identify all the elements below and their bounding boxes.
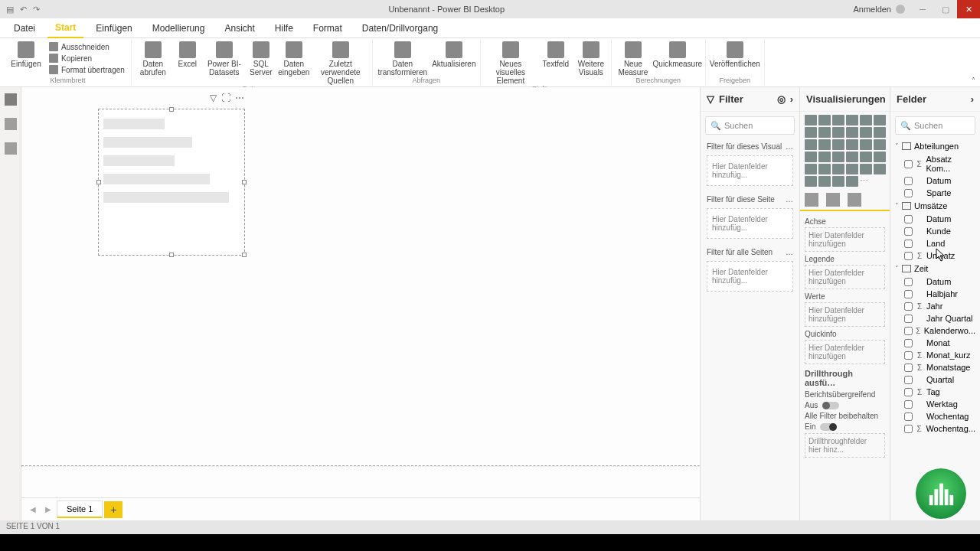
undo-icon[interactable]: ↶ <box>20 5 27 15</box>
collapse-icon[interactable]: › <box>971 93 974 105</box>
fields-search[interactable]: 🔍Suchen <box>895 116 975 135</box>
field-item[interactable]: ΣWochentag... <box>890 422 980 435</box>
tab-einfuegen[interactable]: Einfügen <box>88 18 139 38</box>
field-item[interactable]: Halbjahr <box>890 288 980 300</box>
viz-type-icon[interactable] <box>805 176 817 187</box>
field-item[interactable]: Werktag <box>890 398 980 410</box>
field-checkbox[interactable] <box>904 278 913 286</box>
field-checkbox[interactable] <box>904 351 913 360</box>
collapse-ribbon-icon[interactable]: ˄ <box>972 77 975 85</box>
viz-type-icon[interactable] <box>846 152 858 162</box>
page-prev-icon[interactable]: ◀ <box>26 502 40 517</box>
field-item[interactable]: Land <box>890 237 980 249</box>
viz-type-icon[interactable] <box>832 127 844 138</box>
focus-icon[interactable]: ⛶ <box>221 93 230 103</box>
viz-type-icon[interactable] <box>832 176 844 187</box>
enter-data-button[interactable]: Daten eingeben <box>279 41 309 77</box>
viz-type-icon[interactable] <box>805 152 817 162</box>
well-drop-werte[interactable]: Hier Datenfelder hinzufügen <box>805 302 885 327</box>
pbi-datasets-button[interactable]: Power BI-Datasets <box>205 41 243 77</box>
field-checkbox[interactable] <box>904 240 913 248</box>
tab-file[interactable]: Datei <box>6 18 43 38</box>
field-checkbox[interactable] <box>904 327 913 335</box>
field-checkbox[interactable] <box>904 215 913 223</box>
viz-type-icon[interactable] <box>846 115 858 126</box>
minimize-button[interactable]: ─ <box>911 0 934 18</box>
field-checkbox[interactable] <box>904 252 913 260</box>
page-tab-1[interactable]: Seite 1 <box>57 500 103 518</box>
eye-icon[interactable]: ◎ <box>777 93 786 105</box>
report-view-icon[interactable] <box>5 93 17 106</box>
filter-drop-page[interactable]: Hier Datenfelder hinzufüg... <box>707 208 793 239</box>
field-item[interactable]: ΣMonatstage <box>890 361 980 373</box>
viz-type-icon[interactable] <box>805 115 817 126</box>
viz-type-icon[interactable] <box>832 139 844 150</box>
viz-type-icon[interactable] <box>874 164 886 174</box>
keep-filters-toggle[interactable]: Ein <box>805 422 885 431</box>
well-drop-achse[interactable]: Hier Datenfelder hinzufügen <box>805 227 885 252</box>
field-item[interactable]: Monat <box>890 337 980 349</box>
field-checkbox[interactable] <box>904 177 913 185</box>
more-visuals-button[interactable]: Weitere Visuals <box>576 41 606 77</box>
well-drop-legende[interactable]: Hier Datenfelder hinzufügen <box>805 265 885 289</box>
fields-tab-icon[interactable] <box>805 193 818 207</box>
field-checkbox[interactable] <box>904 189 913 197</box>
field-checkbox[interactable] <box>904 339 913 347</box>
quickmeasure-button[interactable]: Quickmeasure <box>655 41 701 68</box>
field-item[interactable]: Sparte <box>890 187 980 199</box>
viz-type-icon[interactable] <box>846 127 858 138</box>
cross-report-toggle[interactable]: Aus <box>805 401 885 409</box>
resize-handle[interactable] <box>169 107 174 112</box>
viz-type-icon[interactable] <box>818 152 831 162</box>
page-next-icon[interactable]: ▶ <box>41 502 55 517</box>
table-abteilungen[interactable]: ˅Abteilungen <box>890 139 980 153</box>
report-canvas[interactable]: ▽ ⛶ ⋯ <box>21 87 700 497</box>
transform-data-button[interactable]: Daten transformieren <box>377 41 428 77</box>
new-measure-button[interactable]: Neue Measure <box>616 41 650 77</box>
field-item[interactable]: Datum <box>890 213 980 225</box>
table-umsaetze[interactable]: ˅Umsätze <box>890 199 980 213</box>
more-options-icon[interactable]: ⋯ <box>235 93 244 103</box>
resize-handle[interactable] <box>242 180 247 184</box>
field-checkbox[interactable] <box>904 376 913 384</box>
field-checkbox[interactable] <box>904 227 913 236</box>
viz-type-icon[interactable] <box>846 176 858 187</box>
viz-type-icon[interactable] <box>860 127 872 138</box>
viz-type-icon[interactable] <box>832 164 844 174</box>
tab-drill[interactable]: Daten/Drillvorgang <box>354 18 446 38</box>
format-tab-icon[interactable] <box>826 193 840 207</box>
visual-placeholder[interactable]: ▽ ⛶ ⋯ <box>98 109 245 256</box>
field-item[interactable]: ΣKalenderwo... <box>890 324 980 337</box>
field-item[interactable]: ΣAbsatz Kom... <box>890 153 980 174</box>
table-zeit[interactable]: ˅Zeit <box>890 262 980 276</box>
viz-more-icon[interactable]: ⋯ <box>860 176 872 187</box>
viz-type-icon[interactable] <box>874 152 886 162</box>
textbox-button[interactable]: Textfeld <box>541 41 571 68</box>
get-data-button[interactable]: Daten abrufen <box>136 41 170 77</box>
field-item[interactable]: ΣMonat_kurz <box>890 349 980 361</box>
filter-drop-all[interactable]: Hier Datenfelder hinzufüg... <box>707 261 793 292</box>
viz-type-icon[interactable] <box>818 176 831 187</box>
viz-type-icon[interactable] <box>805 139 817 150</box>
viz-type-icon[interactable] <box>818 127 831 138</box>
filter-icon[interactable]: ▽ <box>210 93 217 103</box>
well-drop-quickinfo[interactable]: Hier Datenfelder hinzufügen <box>805 340 885 364</box>
viz-type-icon[interactable] <box>832 152 844 162</box>
field-checkbox[interactable] <box>904 400 913 409</box>
tab-hilfe[interactable]: Hilfe <box>267 18 301 38</box>
viz-type-icon[interactable] <box>860 164 872 174</box>
field-item[interactable]: Datum <box>890 174 980 187</box>
viz-type-icon[interactable] <box>818 139 831 150</box>
close-button[interactable]: ✕ <box>957 0 980 18</box>
field-checkbox[interactable] <box>904 315 913 323</box>
format-painter-button[interactable]: Format übertragen <box>47 64 126 75</box>
viz-type-icon[interactable] <box>860 139 872 150</box>
field-checkbox[interactable] <box>904 160 913 168</box>
viz-type-icon[interactable] <box>846 164 858 174</box>
field-item[interactable]: Jahr Quartal <box>890 312 980 324</box>
viz-type-icon[interactable] <box>805 164 817 174</box>
field-checkbox[interactable] <box>904 302 913 311</box>
analytics-tab-icon[interactable] <box>848 193 861 207</box>
tab-modellierung[interactable]: Modellierung <box>145 18 213 38</box>
field-item[interactable]: ΣTag <box>890 386 980 398</box>
